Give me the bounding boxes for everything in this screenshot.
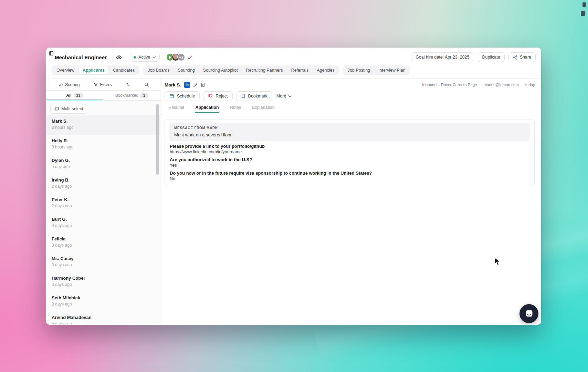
question-text: Do you now or in the future require visa… xyxy=(170,170,529,176)
nav-group-sourcing: Job BoardsSourcingSourcing AutopilotRecr… xyxy=(143,65,339,75)
desktop: { "window": { "title": "Mechanical Engin… xyxy=(0,0,588,372)
applicant-name: Ms. Casey xyxy=(52,256,155,261)
candidate-message: MESSAGE FROM MARK Must work on a severed… xyxy=(169,123,530,141)
app-window: Mechanical Engineer Active R +3 xyxy=(46,48,541,325)
avatar-overflow-count: +3 xyxy=(177,53,185,61)
edit-candidate-icon[interactable] xyxy=(193,83,198,87)
job-nav-tab[interactable]: Sourcing Autopilot xyxy=(199,66,242,74)
message-body: Must work on a severed floor xyxy=(174,132,525,138)
applicant-name: Helly R. xyxy=(52,138,155,143)
question-text: Please provide a link to your portfolio/… xyxy=(170,144,529,149)
candidate-tab[interactable]: Notes xyxy=(230,105,242,113)
candidate-tab[interactable]: Explanation xyxy=(252,105,275,113)
edit-collaborators-icon[interactable] xyxy=(188,55,192,60)
applicant-name: Arvind Mahadevan xyxy=(52,315,155,320)
share-button[interactable]: Share xyxy=(508,52,536,62)
applicant-row[interactable]: Dylan G. a day ago xyxy=(46,155,160,174)
applicant-row[interactable]: Irving B. 2 days ago xyxy=(46,174,160,194)
job-nav-tab[interactable]: Job Boards xyxy=(144,66,173,74)
filters-label: Filters xyxy=(100,82,112,87)
candidate-meta: Inbound – Dover Careers Page mark.s@lumo… xyxy=(422,83,535,87)
thumbs-down-icon xyxy=(208,94,213,99)
multi-select-button[interactable]: Multi-select xyxy=(50,104,87,114)
schedule-label: Schedule xyxy=(177,94,195,99)
candidate-panel: Mark S. in Inbound – Dover Careers Page xyxy=(160,79,541,324)
candidate-header: Mark S. in Inbound – Dover Careers Page xyxy=(165,80,535,89)
sort-button[interactable] xyxy=(126,82,130,87)
resume-document-icon[interactable] xyxy=(201,83,205,87)
job-nav-tab[interactable]: Agencies xyxy=(313,66,338,74)
search-button[interactable] xyxy=(144,82,149,87)
chevron-down-icon xyxy=(153,56,156,59)
applicant-time: 5 days ago xyxy=(52,321,155,324)
job-nav-tab[interactable]: Recruiting Partners xyxy=(242,66,287,74)
chat-launcher-button[interactable] xyxy=(519,304,538,323)
separator xyxy=(522,83,522,86)
job-nav-tab[interactable]: Overview xyxy=(53,66,78,74)
reject-button[interactable]: Reject xyxy=(203,91,232,101)
goal-hire-date[interactable]: Goal hire date: Apr 23, 2025 xyxy=(411,52,474,62)
search-icon xyxy=(144,82,149,87)
applicant-name: Irving B. xyxy=(52,177,155,183)
application-questions: Please provide a link to your portfolio/… xyxy=(169,144,530,182)
sidebar-filter-tab[interactable]: All 31 xyxy=(46,91,103,100)
answer-text: Yes xyxy=(170,163,529,168)
applicant-time: 3 days ago xyxy=(52,262,155,267)
job-nav-tab[interactable]: Interview Plan xyxy=(375,66,409,74)
applicant-row[interactable]: Peter K. 2 days ago xyxy=(46,194,160,214)
status-label: Active xyxy=(138,55,150,60)
more-button[interactable]: More xyxy=(276,94,292,99)
scoring-button[interactable]: Scoring xyxy=(59,82,80,87)
applicant-row[interactable]: Ms. Casey 3 days ago xyxy=(46,253,160,272)
status-dropdown[interactable]: Active xyxy=(130,53,160,62)
applicant-name: Seth Milchick xyxy=(52,295,155,300)
applicant-time: 3 days ago xyxy=(52,243,155,248)
schedule-button[interactable]: Schedule xyxy=(165,91,200,101)
job-nav-tab[interactable]: Applicants xyxy=(79,66,108,74)
separator xyxy=(480,83,480,86)
applicant-row[interactable]: Harmony Cobel 3 days ago xyxy=(46,272,160,292)
applicant-row[interactable]: Burt G. 3 days ago xyxy=(46,214,160,233)
job-nav-tab[interactable]: Referrals xyxy=(287,66,313,74)
scoring-label: Scoring xyxy=(65,82,80,87)
applicant-row[interactable]: Arvind Mahadevan 5 days ago xyxy=(46,312,160,324)
reject-label: Reject xyxy=(216,94,228,99)
sidebar-tabs: All 31 Bookmarked 1 xyxy=(46,91,160,101)
job-header: Mechanical Engineer Active R +3 xyxy=(46,48,541,79)
candidate-tab[interactable]: Resume xyxy=(168,105,185,113)
candidate-name: Mark S. xyxy=(165,82,181,87)
applicant-time: 3 hours ago xyxy=(52,125,155,130)
duplicate-button[interactable]: Duplicate xyxy=(478,52,505,62)
question-answer: Do you now or in the future require visa… xyxy=(169,170,530,182)
bookmark-button[interactable]: Bookmark xyxy=(236,91,272,101)
more-label: More xyxy=(276,94,286,99)
job-nav-tab[interactable]: Sourcing xyxy=(174,66,198,74)
applicant-rows: Mark S. 3 hours ago Helly R. 8 hours ago… xyxy=(46,115,160,324)
applicants-sidebar: Scoring Filters xyxy=(46,79,160,324)
applicant-row[interactable]: Seth Milchick 3 days ago xyxy=(46,292,160,312)
title-row: Mechanical Engineer Active R +3 xyxy=(46,48,541,62)
filters-button[interactable]: Filters xyxy=(94,82,112,87)
applicant-time: 2 days ago xyxy=(52,204,155,208)
duplicate-label: Duplicate xyxy=(482,55,500,60)
applicant-row[interactable]: Mark S. 3 hours ago xyxy=(46,115,160,135)
applicant-row[interactable]: Felicia 3 days ago xyxy=(46,233,160,253)
candidate-tab[interactable]: Application xyxy=(195,105,219,113)
count-badge: 31 xyxy=(74,93,83,98)
bookmark-label: Bookmark xyxy=(248,94,267,99)
applicant-name: Peter K. xyxy=(52,197,155,202)
applicant-time: 2 days ago xyxy=(52,184,155,189)
tab-label: Bookmarked xyxy=(115,93,138,98)
answer-text: https://www.linkedin.com/in/yourname xyxy=(170,149,529,155)
collaborator-avatars[interactable]: R +3 xyxy=(166,53,185,61)
list-scrollbar[interactable] xyxy=(156,104,159,175)
journal-icon[interactable] xyxy=(49,51,54,57)
linkedin-icon[interactable]: in xyxy=(184,82,190,88)
applicant-row[interactable]: Helly R. 8 hours ago xyxy=(46,135,160,155)
sidebar-filter-tab[interactable]: Bookmarked 1 xyxy=(103,91,160,100)
desktop-artifact-icon xyxy=(581,11,585,16)
preview-eye-icon[interactable] xyxy=(116,55,122,60)
page-title: Mechanical Engineer xyxy=(55,54,107,60)
job-nav-tab[interactable]: Candidates xyxy=(109,66,138,74)
job-nav-tab[interactable]: Job Posting xyxy=(344,66,374,74)
